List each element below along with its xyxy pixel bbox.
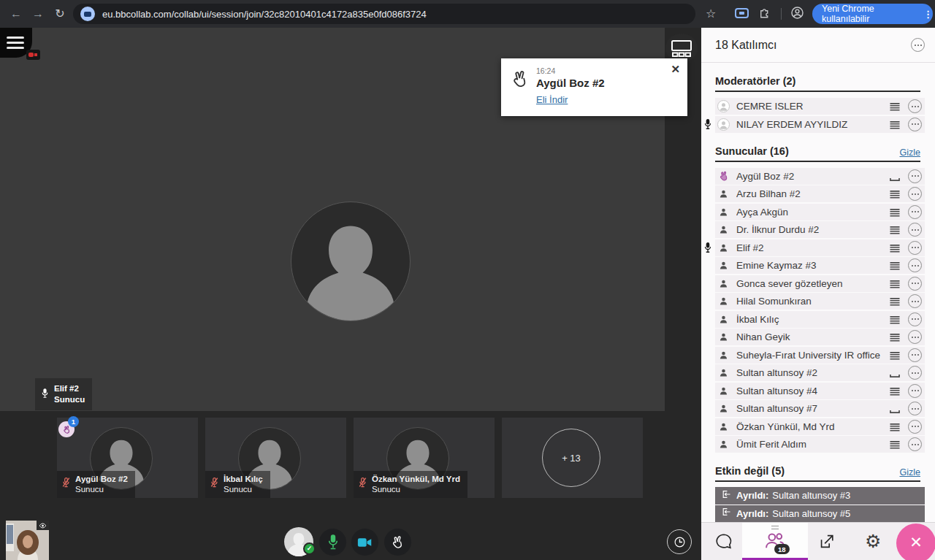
participants-options-button[interactable] (911, 38, 925, 52)
self-video-preview[interactable] (6, 521, 49, 560)
drag-handle-icon (771, 526, 779, 529)
participants-title: 18 Katılımcı (715, 39, 776, 52)
participant-role: Sunucu (372, 484, 460, 494)
participant-row: Arzu Bilhan #2 (715, 185, 925, 202)
moderators-title: Moderatörler (2) (715, 74, 795, 88)
participant-options-button[interactable] (908, 118, 922, 131)
participant-options-button[interactable] (908, 366, 922, 380)
participant-options-button[interactable] (908, 169, 922, 183)
person-icon (717, 421, 730, 433)
collapse-panel-button[interactable]: ✕ (896, 523, 935, 560)
participant-row: Dr. İlknur Durdu #2 (715, 221, 925, 238)
participant-options-button[interactable] (908, 330, 922, 344)
participant-options-button[interactable] (908, 437, 922, 451)
status-check-icon: ✓ (303, 542, 316, 555)
participant-options-button[interactable] (908, 99, 922, 113)
thumbnail-label: Aygül Boz #2Sunucu (57, 471, 135, 498)
participant-name: Elif #2 (736, 242, 889, 253)
close-icon[interactable]: ✕ (671, 63, 680, 76)
raise-hand-button[interactable] (384, 529, 411, 556)
connection-strength-icon (889, 261, 901, 270)
participant-row: Özkan Yünkül, Md Yrd (715, 418, 925, 435)
connection-strength-icon (889, 315, 901, 324)
connection-strength-icon (889, 225, 901, 234)
participant-options-button[interactable] (908, 312, 922, 326)
back-icon[interactable]: ← (7, 6, 25, 22)
thumbnail-label: İkbal KılıçSunucu (205, 471, 270, 498)
thumbnail-label: Özkan Yünkül, Md YrdSunucu (354, 471, 468, 498)
settings-tab[interactable]: ⚙ (865, 532, 881, 551)
active-speaker-label: Elif #2 Sunucu (35, 378, 92, 410)
participant-options-button[interactable] (908, 205, 922, 219)
participant-row: CEMRE ISLER (715, 98, 925, 115)
participant-name: Nihan Geyik (736, 331, 889, 342)
participant-name: NILAY ERDEM AYYILDIZ (736, 119, 889, 130)
participant-options-button[interactable] (908, 348, 922, 362)
overflow-thumbnail[interactable]: + 13 (502, 418, 643, 498)
person-icon (717, 223, 730, 236)
media-control-icon[interactable] (735, 8, 749, 18)
lower-hand-link[interactable]: Eli İndir (536, 94, 568, 105)
share-tab[interactable] (817, 533, 836, 553)
clock-icon (673, 536, 686, 548)
camera-toggle-button[interactable] (351, 529, 378, 556)
url-text: eu.bbcollab.com/collab/ui/session/join/3… (102, 9, 427, 20)
close-icon: ✕ (909, 534, 923, 551)
mic-muted-icon (358, 477, 367, 491)
hand-raise-notification: 16:24 Aygül Boz #2 Eli İndir ✕ (501, 58, 687, 116)
raised-hand-icon (510, 69, 530, 92)
connection-strength-icon (889, 332, 901, 342)
participant-name: Sultan altunsoy #2 (736, 367, 889, 378)
participant-options-button[interactable] (908, 277, 922, 291)
connection-strength-icon (889, 172, 901, 181)
profile-icon[interactable] (790, 6, 804, 24)
chat-tab[interactable] (714, 532, 733, 554)
participants-header: 18 Katılımcı (701, 28, 935, 63)
connection-strength-icon (889, 243, 901, 253)
participant-row: Suheyla-Fırat University IR office (715, 347, 925, 364)
chrome-update-button[interactable]: Yeni Chrome kullanılabilir ⋮ (812, 4, 933, 24)
participant-row: Aygül Boz #2 (715, 168, 925, 185)
mic-toggle-button[interactable] (319, 529, 346, 556)
participant-name: Özkan Yünkül, Md Yrd (372, 474, 460, 484)
extensions-icon[interactable] (758, 6, 771, 23)
participant-name: Özkan Yünkül, Md Yrd (736, 421, 889, 432)
participant-row: NILAY ERDEM AYYILDIZ (715, 116, 925, 133)
participant-options-button[interactable] (908, 258, 922, 272)
participant-row: Ümit Ferit Aldım (715, 436, 925, 453)
person-icon (717, 295, 730, 307)
presenters-list: Aygül Boz #2Arzu Bilhan #2Ayça AkgünDr. … (715, 168, 925, 453)
site-info-icon[interactable] (80, 7, 95, 21)
participant-options-button[interactable] (908, 223, 922, 237)
participant-options-button[interactable] (908, 294, 922, 308)
notification-time: 16:24 (536, 66, 555, 75)
address-bar[interactable]: eu.bbcollab.com/collab/ui/session/join/3… (73, 4, 695, 24)
participant-options-button[interactable] (908, 402, 922, 415)
participant-options-button[interactable] (908, 420, 922, 434)
overflow-count-circle: + 13 (542, 429, 600, 487)
person-icon (717, 277, 730, 290)
forward-icon[interactable]: → (29, 6, 47, 22)
presenters-title: Sunucular (16) (715, 145, 789, 158)
participant-name: Hilal Somunkıran (736, 296, 889, 307)
reload-icon[interactable]: ↻ (51, 6, 69, 22)
participants-tab[interactable]: 18 (742, 523, 808, 560)
participant-options-button[interactable] (908, 384, 922, 398)
presenters-hide-link[interactable]: Gizle (900, 147, 920, 158)
kebab-menu-icon[interactable]: ⋮ (923, 9, 933, 20)
session-timer-button[interactable] (667, 529, 692, 554)
mic-muted-icon (61, 477, 71, 491)
connection-strength-icon (889, 120, 901, 129)
bookmark-star-icon[interactable]: ☆ (706, 6, 716, 22)
participant-options-button[interactable] (908, 187, 922, 201)
participant-name: İkbal Kılıç (224, 474, 263, 484)
participant-options-button[interactable] (908, 241, 922, 255)
video-thumbnail[interactable]: Özkan Yünkül, Md YrdSunucu (354, 418, 495, 498)
connection-strength-icon (889, 296, 901, 306)
video-thumbnail[interactable]: İkbal KılıçSunucu (205, 418, 346, 498)
hand-count-badge: 1 (68, 416, 79, 427)
inactive-hide-link[interactable]: Gizle (900, 467, 920, 477)
mic-on-icon (703, 118, 712, 134)
video-thumbnail[interactable]: Aygül Boz #2Sunucu1 (57, 418, 198, 498)
browser-toolbar: ← → ↻ eu.bbcollab.com/collab/ui/session/… (0, 0, 935, 28)
